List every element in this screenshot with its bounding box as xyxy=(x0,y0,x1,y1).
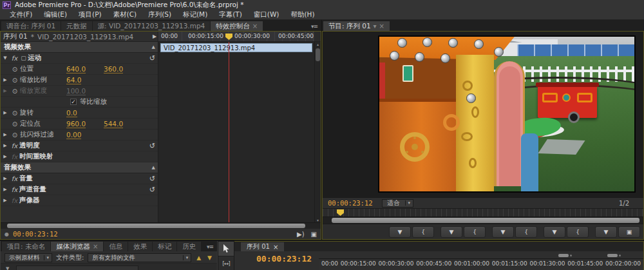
position-y[interactable]: 360.0 xyxy=(104,65,123,73)
twirl-closed-icon[interactable]: ▶ xyxy=(1,198,10,203)
menu-project[interactable]: 项目(P) xyxy=(73,10,108,19)
menu-window[interactable]: 窗口(W) xyxy=(248,10,285,19)
uniform-scale-label[interactable]: 等比缩放 xyxy=(80,97,107,106)
work-area-handle[interactable] xyxy=(607,254,618,257)
twirl-closed-icon[interactable]: ▶ xyxy=(1,154,10,159)
fx-toggle-icon[interactable]: fx xyxy=(10,55,19,62)
step-forward-button[interactable]: { xyxy=(515,226,537,238)
menu-sequence[interactable]: 序列(S) xyxy=(142,10,177,19)
stopwatch-icon[interactable]: ⊙ xyxy=(10,77,20,84)
stopwatch-icon[interactable]: ⊙ xyxy=(10,66,20,73)
stopwatch-icon[interactable]: ⊙ xyxy=(10,121,20,128)
timeline-ruler[interactable]: 00:00 00:00:15:00 00:00:30:00 00:00:45:0… xyxy=(319,258,643,270)
program-scrollbar[interactable] xyxy=(323,217,643,224)
opacity-effect-row[interactable]: ▶ fx 透明度 ↺ xyxy=(1,140,158,151)
anchor-y[interactable]: 544.0 xyxy=(104,120,123,128)
playhead-marker[interactable] xyxy=(225,34,232,40)
menu-edit[interactable]: 编辑(E) xyxy=(38,10,73,19)
volume-label[interactable]: 音量 xyxy=(19,174,33,183)
horizontal-scrollbar[interactable] xyxy=(1,222,321,229)
anchor-point-row[interactable]: ⊙ 定位点 960.0 544.0 xyxy=(1,119,158,130)
antiflicker-number[interactable]: 0.00 xyxy=(66,131,81,139)
tab-project[interactable]: 项目: 未命名 xyxy=(2,242,50,251)
twirl-open-icon[interactable]: ▼ xyxy=(6,266,9,270)
rotation-value[interactable]: 0.0 xyxy=(66,109,104,117)
scroll-down-icon[interactable]: ▾ xyxy=(315,218,321,222)
panner-label[interactable]: 声像器 xyxy=(19,196,40,205)
media-browser-list[interactable]: ▼ xyxy=(1,263,217,270)
go-to-in-button[interactable]: ▼ xyxy=(440,226,462,238)
tab-media-browser[interactable]: 媒体浏览器 × xyxy=(51,242,103,251)
reset-effect-icon[interactable]: ↺ xyxy=(149,186,155,194)
tab-effect-controls[interactable]: 特效控制台 × xyxy=(211,21,263,31)
twirl-open-icon[interactable]: ▼ xyxy=(1,55,10,61)
stopwatch-icon[interactable]: ⊙ xyxy=(10,110,20,117)
source-dropdown[interactable]: 示例原材料 ▾ xyxy=(5,253,52,262)
playhead-marker[interactable] xyxy=(337,209,344,216)
go-to-out-button[interactable]: ▼ xyxy=(544,226,565,238)
motion-label[interactable]: 运动 xyxy=(28,53,41,63)
scroll-up-icon[interactable]: ▴ xyxy=(315,42,321,46)
tab-history[interactable]: 历史 xyxy=(177,242,201,251)
volume-effect-row[interactable]: ▶ fx 音量 ↺ xyxy=(1,173,158,184)
twirl-closed-icon[interactable]: ▶ xyxy=(1,110,10,115)
vertical-scrollbar[interactable]: ▴ ▾ xyxy=(314,42,321,222)
extract-button[interactable]: ▼ xyxy=(595,226,617,238)
scrollbar-thumb[interactable] xyxy=(332,218,639,223)
show-timeline-view-icon[interactable]: ▶ xyxy=(153,32,158,41)
position-x[interactable]: 640.0 xyxy=(66,65,86,73)
antiflicker-value[interactable]: 0.00 xyxy=(66,131,104,139)
tab-info[interactable]: 信息 xyxy=(104,242,128,251)
fx-toggle-icon[interactable]: fx xyxy=(10,186,19,193)
rotation-row[interactable]: ▶ ⊙ 旋转 0.0 xyxy=(1,108,158,119)
selection-tool[interactable] xyxy=(218,242,234,256)
menu-help[interactable]: 帮助(H) xyxy=(285,10,320,19)
stopwatch-icon[interactable]: ⊙ xyxy=(10,131,20,139)
twirl-closed-icon[interactable]: ▶ xyxy=(1,77,10,82)
anchor-x[interactable]: 960.0 xyxy=(66,120,86,128)
navigate-up-icon[interactable]: ▲ xyxy=(195,255,202,261)
play-audio-icon[interactable]: ▶) xyxy=(297,231,305,238)
collapse-section-icon[interactable]: ▲ xyxy=(152,165,155,170)
effect-keyframe-area[interactable]: VID_20171203_112913.mp4 xyxy=(158,42,314,222)
uniform-scale-row[interactable]: ✓ 等比缩放 xyxy=(1,97,158,108)
anchor-y-value[interactable]: 544.0 xyxy=(104,120,141,128)
antiflicker-row[interactable]: ▶ ⊙ 抗闪烁过滤 0.00 xyxy=(1,130,158,140)
fx-toggle-icon[interactable]: fx xyxy=(10,175,19,182)
track-select-tool[interactable]: [↔] xyxy=(218,256,234,270)
scale-number[interactable]: 64.0 xyxy=(66,76,81,84)
position-x-value[interactable]: 640.0 xyxy=(66,65,104,73)
tab-audio-mixer[interactable]: 调音台: 序列 01 xyxy=(1,21,61,31)
tab-effects[interactable]: 效果 xyxy=(128,242,152,251)
menu-clip[interactable]: 素材(C) xyxy=(108,10,143,19)
navigate-down-icon[interactable]: ▼ xyxy=(206,255,213,261)
play-button[interactable]: ▼ xyxy=(492,226,514,238)
channel-volume-row[interactable]: ▶ fx 声道音量 ↺ xyxy=(1,184,158,195)
scrollbar-thumb[interactable] xyxy=(316,48,320,61)
opacity-label[interactable]: 透明度 xyxy=(19,141,40,150)
scrollbar-thumb[interactable] xyxy=(7,224,305,228)
tab-metadata[interactable]: 元数据 xyxy=(61,21,92,31)
collapse-section-icon[interactable]: ▲ xyxy=(152,44,155,50)
audio-effects-section[interactable]: 音频效果 ▲ xyxy=(1,162,158,173)
position-y-value[interactable]: 360.0 xyxy=(104,65,141,73)
reset-effect-icon[interactable]: ↺ xyxy=(149,175,155,183)
tab-markers[interactable]: 标记 xyxy=(153,242,176,251)
zoom-level-dropdown[interactable]: 适合 ▾ xyxy=(382,199,414,207)
reset-effect-icon[interactable]: ↺ xyxy=(149,54,155,63)
menu-title[interactable]: 字幕(T) xyxy=(213,10,248,19)
clip-bar[interactable]: VID_20171203_112913.mp4 xyxy=(160,43,312,52)
lift-button[interactable]: { xyxy=(567,226,589,238)
mark-in-button[interactable]: { xyxy=(412,226,434,238)
scale-row[interactable]: ▶ ⊙ 缩放比例 64.0 xyxy=(1,75,158,86)
fx-toggle-icon[interactable]: fx xyxy=(10,142,19,149)
panel-menu-icon[interactable]: ▾≡ xyxy=(207,244,216,251)
effect-controls-ruler[interactable]: 00:00 00:00:15:00 00:00:30:00 00:00:45:0… xyxy=(158,32,314,41)
twirl-closed-icon[interactable]: ▶ xyxy=(1,143,10,148)
tab-sequence-01[interactable]: 序列 01 × xyxy=(241,242,284,251)
twirl-closed-icon[interactable]: ▶ xyxy=(1,187,10,192)
time-remap-row[interactable]: ▶ fx 时间重映射 xyxy=(1,151,158,162)
menu-marker[interactable]: 标记(M) xyxy=(177,10,213,19)
twirl-closed-icon[interactable]: ▶ xyxy=(1,132,10,137)
step-back-button[interactable]: { xyxy=(464,226,486,238)
